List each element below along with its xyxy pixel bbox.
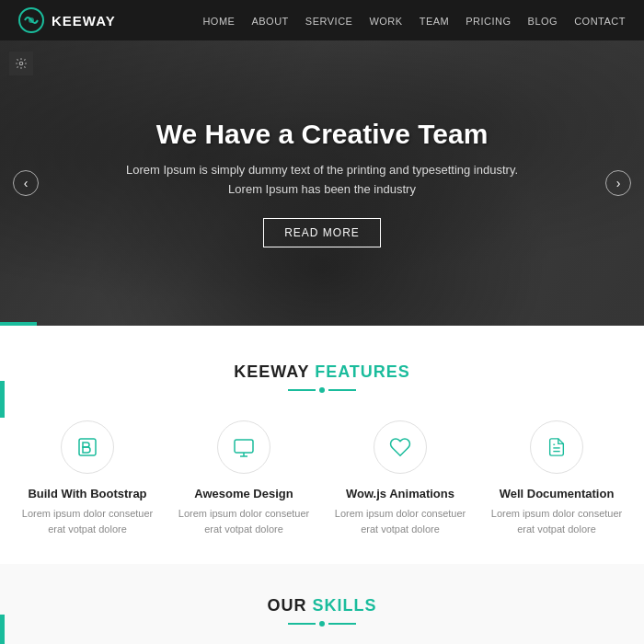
skills-divider-dot [319,621,325,627]
skills-section: OUR SKILLS What We Do Lorem Ipsum is sim… [0,564,644,644]
divider-dot [319,387,325,393]
brand-name: KEEWAY [52,13,116,29]
features-section: KEEWAY FEATURES Build With Bootstrap Lor… [0,326,644,564]
features-section-title: KEEWAY FEATURES [18,362,626,382]
divider-line-right [328,389,356,391]
hero-prev-button[interactable]: ‹ [13,170,39,196]
nav-work[interactable]: WORK [369,16,402,27]
skills-divider-line-left [288,623,316,625]
hero-content: We Have a Creative Team Lorem Ipsum is s… [108,100,536,266]
feature-docs-desc: Lorem ipsum dolor consetuer erat votpat … [488,506,626,536]
bootstrap-icon [61,420,114,474]
feature-design-desc: Lorem ipsum dolor consetuer erat votpat … [175,506,313,536]
navbar: KEEWAY HOME ABOUT SERVICE WORK TEAM PRIC… [0,0,644,40]
brand: KEEWAY [18,7,116,33]
document-icon [530,420,583,474]
nav-service[interactable]: SERVICE [305,16,353,27]
hero-next-button[interactable]: › [605,170,631,196]
nav-contact[interactable]: CONTACT [574,16,626,27]
nav-pricing[interactable]: PRICING [466,16,511,27]
heart-icon [374,420,427,474]
feature-wowjs-title: Wow.js Animations [346,487,454,500]
hero-subtitle: Lorem Ipsum is simply dummy text of the … [126,161,518,200]
nav-home[interactable]: HOME [202,16,235,27]
feature-wowjs-desc: Lorem ipsum dolor consetuer erat votpat … [331,506,469,536]
hero-section: ‹ We Have a Creative Team Lorem Ipsum is… [0,40,644,326]
feature-bootstrap-title: Build With Bootstrap [28,487,146,500]
features-divider [18,387,626,393]
design-icon [217,420,270,474]
feature-docs: Well Documentation Lorem ipsum dolor con… [488,420,626,536]
feature-wowjs: Wow.js Animations Lorem ipsum dolor cons… [331,420,469,536]
skills-accent-left [0,615,5,644]
svg-point-2 [19,62,23,65]
feature-design-title: Awesome Design [194,487,293,500]
svg-point-1 [29,17,34,23]
feature-bootstrap: Build With Bootstrap Lorem ipsum dolor c… [18,420,156,536]
brand-logo [18,7,44,33]
skills-section-title: OUR SKILLS [18,596,626,615]
nav-team[interactable]: TEAM [420,16,450,27]
feature-bootstrap-desc: Lorem ipsum dolor consetuer erat votpat … [18,506,156,536]
skills-divider-line-right [328,623,356,625]
nav-about[interactable]: ABOUT [251,16,288,27]
feature-design: Awesome Design Lorem ipsum dolor consetu… [175,420,313,536]
nav-links: HOME ABOUT SERVICE WORK TEAM PRICING BLO… [202,12,626,29]
hero-title: We Have a Creative Team [126,119,518,150]
divider-line-left [288,389,316,391]
feature-docs-title: Well Documentation [500,487,615,500]
section-accent-left [0,381,5,418]
settings-icon[interactable] [9,52,33,75]
skills-divider [18,621,626,627]
features-grid: Build With Bootstrap Lorem ipsum dolor c… [18,420,626,536]
svg-rect-4 [235,440,253,453]
hero-cta-button[interactable]: Read More [263,218,381,247]
nav-blog[interactable]: BLOG [528,16,558,27]
